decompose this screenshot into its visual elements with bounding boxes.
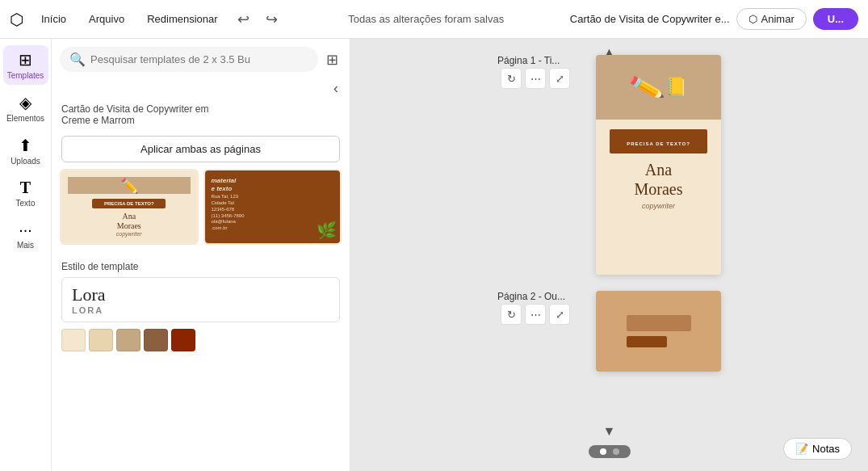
card-front-role: copywriter: [116, 231, 142, 237]
sidebar-mais-label: Mais: [17, 241, 34, 250]
page-1-role: copywriter: [642, 202, 675, 210]
page-2-card[interactable]: [596, 291, 721, 372]
sidebar-icons: ⊞ Templates ◈ Elementos ⬆ Uploads T Text…: [0, 39, 52, 471]
page-1-text-bar-label: PRECISA DE TEXTO?: [627, 141, 690, 146]
page-1-controls: ↻ ⋯ ⤢: [501, 68, 570, 89]
font-style-box[interactable]: Lora LORA: [61, 277, 340, 322]
color-swatch-1[interactable]: [61, 329, 86, 351]
animate-icon: ⬡: [748, 13, 757, 25]
page-2-row: Página 2 - Ou... ↻ ⋯ ⤢: [497, 291, 721, 372]
card-back-title: materiale texto: [212, 177, 237, 192]
style-section-title: Estilo de template: [61, 261, 340, 272]
scroll-down-btn[interactable]: ▼: [603, 424, 616, 439]
font-label-display: LORA: [72, 305, 329, 315]
page-1-settings-btn[interactable]: ⋯: [525, 68, 546, 89]
template-card-title: Cartão de Visita de Copywriter em Creme …: [52, 100, 350, 132]
nav-upload-btn[interactable]: U...: [813, 8, 858, 30]
sidebar-item-elementos[interactable]: ◈ Elementos: [3, 88, 48, 128]
page-2-settings-btn[interactable]: ⋯: [525, 304, 546, 325]
style-section: Estilo de template Lora LORA: [52, 253, 350, 355]
page-1-expand-btn[interactable]: ⤢: [549, 68, 570, 89]
apply-both-pages-btn[interactable]: Aplicar ambas as páginas: [61, 136, 340, 162]
texto-icon: T: [20, 179, 31, 197]
page-1-card[interactable]: ✏️ 📒 PRECISA DE TEXTO? AnaMoraes copywri…: [596, 55, 721, 275]
sidebar-templates-label: Templates: [7, 71, 44, 80]
page-2-inner: [627, 315, 691, 347]
nav-doc-title: Cartão de Visita de Copywriter e...: [570, 13, 730, 25]
color-swatch-2[interactable]: [89, 329, 113, 351]
search-icon: 🔍: [69, 52, 86, 67]
sidebar-item-templates[interactable]: ⊞ Templates: [3, 45, 48, 85]
card-back-text: Rua Tal, 123Cidade Tal12345-678(11) 3456…: [212, 194, 245, 232]
page-1-name: AnaMoraes: [635, 160, 683, 199]
hide-panel-btn[interactable]: ‹: [330, 77, 342, 100]
sidebar-uploads-label: Uploads: [10, 157, 40, 166]
color-swatch-4[interactable]: [144, 329, 168, 351]
card-front-name: AnaMoraes: [117, 212, 141, 231]
sidebar-item-uploads[interactable]: ⬆ Uploads: [3, 131, 48, 170]
mais-icon: ···: [19, 221, 32, 239]
notes-label: Notas: [812, 443, 840, 455]
search-input[interactable]: [90, 53, 308, 65]
nav-status: Todas as alterações foram salvas: [289, 13, 564, 25]
nav-animate-btn[interactable]: ⬡ Animar: [736, 8, 807, 30]
page-dot-2: [613, 448, 619, 455]
color-swatch-3[interactable]: [116, 329, 140, 351]
page-1-text-bar: PRECISA DE TEXTO?: [610, 129, 708, 153]
page-dot-1: [600, 448, 606, 455]
page-2-controls: ↻ ⋯ ⤢: [501, 304, 570, 325]
template-panel: 🔍 ⊞ ‹ Cartão de Visita de Copywriter em …: [52, 39, 350, 471]
notes-btn-row: 📝 Notas: [783, 438, 852, 460]
notes-btn[interactable]: 📝 Notas: [783, 438, 852, 460]
sidebar-item-mais[interactable]: ··· Mais: [3, 216, 48, 254]
uploads-icon: ⬆: [19, 136, 32, 155]
main-layout: ⊞ Templates ◈ Elementos ⬆ Uploads T Text…: [0, 39, 868, 471]
page-2-refresh-btn[interactable]: ↻: [501, 304, 522, 325]
page-1-label: Página 1 - Ti...: [497, 55, 560, 66]
page-1-content: PRECISA DE TEXTO? AnaMoraes copywriter: [596, 120, 721, 220]
elementos-icon: ◈: [19, 93, 31, 112]
page-2-label: Página 2 - Ou...: [497, 291, 565, 302]
color-swatch-5[interactable]: [171, 329, 195, 351]
animate-label: Animar: [761, 13, 795, 25]
page-count-bar: [589, 445, 631, 458]
card-front-design: ✏️ PRECISA DE TEXTO? AnaMoraes copywrite…: [61, 170, 197, 243]
page-1-refresh-btn[interactable]: ↻: [501, 68, 522, 89]
color-swatches: [61, 329, 340, 351]
sidebar-elementos-label: Elementos: [6, 114, 44, 123]
nav-redimensionar-btn[interactable]: Redimensionar: [139, 10, 225, 28]
font-name-display: Lora: [72, 284, 329, 305]
nav-undo-btn[interactable]: ↩: [233, 7, 254, 32]
template-card-back[interactable]: materiale texto Rua Tal, 123Cidade Tal12…: [203, 169, 342, 245]
nav-inicio-btn[interactable]: Início: [33, 10, 74, 28]
page-2-expand-btn[interactable]: ⤢: [549, 304, 570, 325]
page-1-row: Página 1 - Ti... ↻ ⋯ ⤢ ✏️ 📒 PRECISA DE T…: [497, 55, 721, 275]
sidebar-texto-label: Texto: [16, 199, 36, 208]
search-bar: 🔍 ⊞: [52, 39, 350, 77]
canvas-area: ▲ Página 1 - Ti... ↻ ⋯ ⤢ ✏️ 📒: [350, 39, 868, 471]
template-card-front[interactable]: ✏️ PRECISA DE TEXTO? AnaMoraes copywrite…: [60, 169, 199, 245]
filter-btn[interactable]: ⊞: [323, 48, 342, 72]
notes-icon: 📝: [795, 443, 808, 455]
plant-icon: 🌿: [317, 221, 337, 240]
top-nav: ⬡ Início Arquivo Redimensionar ↩ ↪ Todas…: [0, 0, 868, 39]
search-input-wrap[interactable]: 🔍: [60, 47, 318, 72]
page-2-content: [596, 291, 721, 372]
template-cards-grid: ✏️ PRECISA DE TEXTO? AnaMoraes copywrite…: [52, 169, 350, 253]
nav-arquivo-btn[interactable]: Arquivo: [81, 10, 132, 28]
app-logo[interactable]: ⬡: [10, 10, 23, 29]
nav-redo-btn[interactable]: ↪: [261, 7, 283, 32]
sidebar-item-texto[interactable]: T Texto: [3, 174, 48, 212]
page-1-photo: ✏️ 📒: [596, 55, 721, 120]
templates-icon: ⊞: [19, 50, 32, 69]
card-front-text-bar: PRECISA DE TEXTO?: [104, 201, 154, 206]
